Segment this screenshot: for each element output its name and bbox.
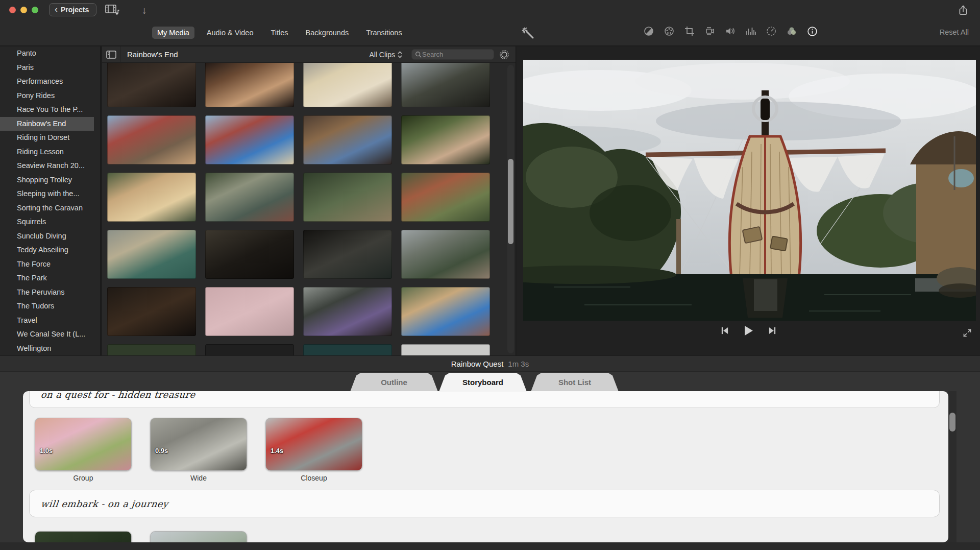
sidebar-event-item[interactable]: Shopping Trolley bbox=[0, 173, 94, 187]
media-clip-thumbnail[interactable] bbox=[401, 344, 490, 355]
sidebar-event-item[interactable]: Sleeping with the... bbox=[0, 187, 94, 201]
share-icon[interactable] bbox=[958, 5, 969, 16]
color-correction-icon[interactable] bbox=[664, 26, 675, 37]
tab-storyboard[interactable]: Storyboard bbox=[439, 373, 527, 392]
sidebar-event-item[interactable]: The Tudors bbox=[0, 299, 94, 314]
sidebar-event-item[interactable]: Travel bbox=[0, 314, 94, 328]
sidebar-event-item[interactable]: Sunclub Diving bbox=[0, 229, 94, 244]
media-clip-thumbnail[interactable] bbox=[205, 173, 294, 222]
media-clip-thumbnail[interactable] bbox=[401, 287, 490, 336]
crop-icon[interactable] bbox=[684, 26, 695, 37]
sidebar-event-item[interactable]: Pony Rides bbox=[0, 89, 94, 103]
storyboard-clip-thumbnail[interactable] bbox=[35, 531, 132, 542]
sidebar-event-item[interactable]: Race You To the P... bbox=[0, 103, 94, 117]
sidebar-event-item[interactable]: The Park bbox=[0, 271, 94, 285]
speed-icon[interactable] bbox=[766, 26, 777, 37]
storyboard-clip[interactable] bbox=[35, 531, 132, 542]
media-clip-thumbnail[interactable] bbox=[205, 344, 294, 355]
volume-icon[interactable] bbox=[725, 26, 736, 37]
sidebar-event-item[interactable]: Seaview Ranch 20... bbox=[0, 159, 94, 173]
media-clip-thumbnail[interactable] bbox=[107, 230, 196, 279]
sidebar-event-item[interactable]: Riding Lesson bbox=[0, 145, 94, 159]
sidebar-event-item[interactable]: Teddy Abseiling bbox=[0, 243, 94, 257]
storyboard-scrollbar-thumb[interactable] bbox=[949, 413, 955, 432]
storyboard-clip[interactable]: 1.0s Group bbox=[35, 418, 132, 482]
sidebar-event-item[interactable]: Riding in Dorset bbox=[0, 131, 94, 145]
media-clip-thumbnail[interactable] bbox=[107, 115, 196, 164]
zoom-window-button[interactable] bbox=[32, 7, 38, 13]
sidebar-event-item[interactable]: Sorting the Caravan bbox=[0, 201, 94, 216]
storyboard-clip-thumbnail[interactable] bbox=[150, 531, 247, 542]
sidebar-event-item[interactable]: Performances bbox=[0, 75, 94, 89]
play-button[interactable] bbox=[743, 325, 754, 336]
sidebar-toggle-icon[interactable] bbox=[102, 46, 120, 63]
media-browser-tab[interactable]: Transitions bbox=[361, 27, 407, 39]
media-clip-thumbnail[interactable] bbox=[107, 344, 196, 355]
media-clip-thumbnail[interactable] bbox=[303, 63, 392, 107]
import-download-icon[interactable]: ↓ bbox=[142, 5, 147, 16]
storyboard-text-row[interactable]: will embark - on a journey bbox=[29, 490, 940, 517]
media-clip-thumbnail[interactable] bbox=[401, 63, 490, 107]
media-browser-tab[interactable]: Backgrounds bbox=[301, 27, 354, 39]
clip-filter-dropdown[interactable]: All Clips bbox=[369, 51, 402, 59]
search-input[interactable] bbox=[422, 51, 483, 58]
clip-filter-icon[interactable] bbox=[786, 26, 797, 37]
color-balance-icon[interactable] bbox=[643, 26, 654, 37]
close-window-button[interactable] bbox=[9, 7, 16, 13]
storyboard-clip[interactable]: 0.9s Wide bbox=[150, 418, 247, 482]
media-clip-thumbnail[interactable] bbox=[401, 230, 490, 279]
media-clip-thumbnail[interactable] bbox=[303, 115, 392, 164]
stabilization-icon[interactable] bbox=[704, 26, 716, 37]
minimize-window-button[interactable] bbox=[20, 7, 27, 13]
media-browser-tab[interactable]: Audio & Video bbox=[202, 27, 259, 39]
media-clip-thumbnail[interactable] bbox=[107, 173, 196, 222]
info-icon[interactable] bbox=[806, 26, 818, 37]
media-clip-thumbnail[interactable] bbox=[205, 230, 294, 279]
storyboard-clip-thumbnail[interactable]: 1.0s bbox=[35, 418, 132, 471]
noise-reduction-icon[interactable] bbox=[745, 26, 756, 37]
search-field[interactable] bbox=[411, 49, 494, 60]
sidebar-event-item[interactable]: The Peruvians bbox=[0, 285, 94, 300]
sidebar-event-label: The Force bbox=[17, 260, 51, 268]
reset-all-button[interactable]: Reset All bbox=[940, 28, 969, 36]
back-to-projects-button[interactable]: ‹ Projects bbox=[49, 3, 96, 16]
sidebar-event-label: Travel bbox=[17, 316, 37, 324]
sidebar-event-item[interactable]: Paris bbox=[0, 61, 94, 75]
enhance-wand-icon[interactable] bbox=[522, 27, 535, 40]
sidebar-event-item[interactable]: We Canal See It (L... bbox=[0, 327, 94, 342]
media-clip-thumbnail[interactable] bbox=[303, 344, 392, 355]
clip-appearance-settings-icon[interactable] bbox=[499, 50, 509, 60]
media-clip-thumbnail[interactable] bbox=[205, 115, 294, 164]
tab-shot-list[interactable]: Shot List bbox=[531, 373, 619, 392]
storyboard-clip[interactable] bbox=[150, 531, 247, 542]
media-clip-thumbnail[interactable] bbox=[303, 287, 392, 336]
storyboard-clip[interactable]: 1.4s Closeup bbox=[265, 418, 362, 482]
sidebar-event-item[interactable]: Panto bbox=[0, 46, 94, 61]
skip-to-start-button[interactable] bbox=[720, 326, 729, 335]
project-name: Rainbow Quest bbox=[451, 360, 504, 368]
storyboard-clip-thumbnail[interactable]: 1.4s bbox=[265, 418, 362, 471]
media-clip-thumbnail[interactable] bbox=[107, 63, 196, 107]
media-pane-header: Rainbow's End All Clips bbox=[102, 46, 516, 63]
media-clip-thumbnail[interactable] bbox=[401, 115, 490, 164]
sidebar-event-item[interactable]: Wellington bbox=[0, 342, 94, 356]
media-browser-tab[interactable]: My Media bbox=[152, 27, 194, 39]
storyboard-clip-thumbnail[interactable]: 0.9s bbox=[150, 418, 247, 471]
media-clip-thumbnail[interactable] bbox=[107, 287, 196, 336]
sidebar-event-item[interactable]: Rainbow's End bbox=[0, 117, 94, 131]
skip-to-end-button[interactable] bbox=[768, 326, 777, 335]
media-browser-tab[interactable]: Titles bbox=[266, 27, 293, 39]
sidebar-event-item[interactable]: Squirrels bbox=[0, 215, 94, 229]
sidebar-event-item[interactable]: The Force bbox=[0, 257, 94, 272]
media-clip-thumbnail[interactable] bbox=[303, 173, 392, 222]
media-clip-thumbnail[interactable] bbox=[303, 230, 392, 279]
media-clip-thumbnail[interactable] bbox=[401, 173, 490, 222]
storyboard-text-row[interactable]: on a quest for - hidden treasure bbox=[29, 391, 940, 408]
tab-outline[interactable]: Outline bbox=[350, 373, 438, 392]
media-clip-thumbnail[interactable] bbox=[205, 287, 294, 336]
media-scrollbar-thumb[interactable] bbox=[508, 159, 513, 244]
fullscreen-expand-icon[interactable] bbox=[963, 328, 972, 338]
tab-shot-list-label: Shot List bbox=[558, 378, 591, 387]
media-library-icon[interactable] bbox=[105, 4, 120, 15]
media-clip-thumbnail[interactable] bbox=[205, 63, 294, 107]
